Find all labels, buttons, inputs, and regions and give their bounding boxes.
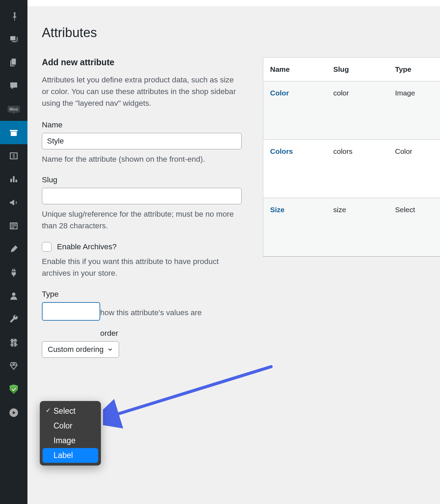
slug-hint: Unique slug/reference for the attribute;… bbox=[42, 208, 242, 232]
comments-icon[interactable] bbox=[0, 74, 27, 98]
table-row: Color color Image bbox=[263, 81, 440, 140]
add-attribute-form: Add new attribute Attributes let you def… bbox=[42, 57, 242, 358]
th-name: Name bbox=[263, 65, 326, 73]
name-hint: Name for the attribute (shown on the fro… bbox=[42, 153, 242, 165]
table-row: Colors colors Color bbox=[263, 140, 440, 198]
attr-name-link[interactable]: Size bbox=[270, 206, 285, 214]
media-icon[interactable] bbox=[0, 27, 27, 51]
form-intro: Attributes let you define extra product … bbox=[42, 74, 242, 110]
pages-icon[interactable] bbox=[0, 51, 27, 74]
products-icon[interactable] bbox=[0, 121, 27, 144]
page-title: Attributes bbox=[42, 25, 440, 40]
forms-icon[interactable] bbox=[0, 214, 27, 238]
type-option-color[interactable]: Color bbox=[43, 419, 98, 433]
tools-icon[interactable] bbox=[0, 308, 27, 331]
archives-hint: Enable this if you want this attribute t… bbox=[42, 256, 242, 279]
attr-name-link[interactable]: Colors bbox=[270, 147, 293, 155]
attr-name-link[interactable]: Color bbox=[270, 89, 289, 97]
attr-type: Select bbox=[388, 206, 440, 249]
attr-slug: colors bbox=[326, 147, 388, 190]
marketing-icon[interactable] bbox=[0, 191, 27, 214]
table-header: Name Slug Type bbox=[263, 58, 440, 81]
name-input[interactable] bbox=[42, 133, 242, 149]
settings-icon[interactable] bbox=[0, 331, 27, 354]
woocommerce-icon[interactable]: Woo bbox=[0, 98, 27, 121]
admin-sidebar: Woo $ bbox=[0, 0, 27, 504]
plugins-icon[interactable] bbox=[0, 261, 27, 284]
attr-slug: color bbox=[326, 89, 388, 132]
play-icon[interactable] bbox=[0, 401, 27, 424]
type-option-select[interactable]: Select bbox=[43, 404, 98, 419]
slug-input[interactable] bbox=[42, 188, 242, 204]
users-icon[interactable] bbox=[0, 284, 27, 308]
svg-point-0 bbox=[11, 37, 13, 38]
th-type: Type bbox=[388, 65, 440, 73]
chevron-down-icon bbox=[107, 346, 113, 353]
table-row: Size size Select bbox=[263, 198, 440, 256]
archives-label: Enable Archives? bbox=[57, 242, 117, 251]
order-value: Custom ordering bbox=[48, 345, 104, 354]
name-label: Name bbox=[42, 121, 242, 129]
appearance-icon[interactable] bbox=[0, 238, 27, 261]
type-dropdown: Select Color Image Label bbox=[40, 401, 101, 466]
form-heading: Add new attribute bbox=[42, 57, 242, 67]
order-select[interactable]: Custom ordering bbox=[42, 341, 119, 358]
type-option-image[interactable]: Image bbox=[43, 433, 98, 448]
attr-type: Image bbox=[388, 89, 440, 132]
attributes-table: Name Slug Type Color color Image Colors … bbox=[263, 57, 440, 257]
pin-icon[interactable] bbox=[0, 4, 27, 27]
svg-text:$: $ bbox=[12, 153, 15, 159]
attr-type: Color bbox=[388, 147, 440, 190]
archives-checkbox[interactable] bbox=[42, 242, 51, 252]
order-label: order bbox=[42, 329, 242, 338]
type-label: Type bbox=[42, 290, 242, 299]
type-option-label[interactable]: Label bbox=[43, 448, 98, 463]
payments-icon[interactable]: $ bbox=[0, 144, 27, 168]
slug-label: Slug bbox=[42, 175, 242, 184]
type-hint: how this attribute's values are bbox=[42, 307, 242, 319]
analytics-icon[interactable] bbox=[0, 168, 27, 191]
attr-slug: size bbox=[326, 206, 388, 249]
th-slug: Slug bbox=[326, 65, 388, 73]
seo-icon[interactable] bbox=[0, 354, 27, 378]
security-shield-icon[interactable] bbox=[0, 378, 27, 401]
